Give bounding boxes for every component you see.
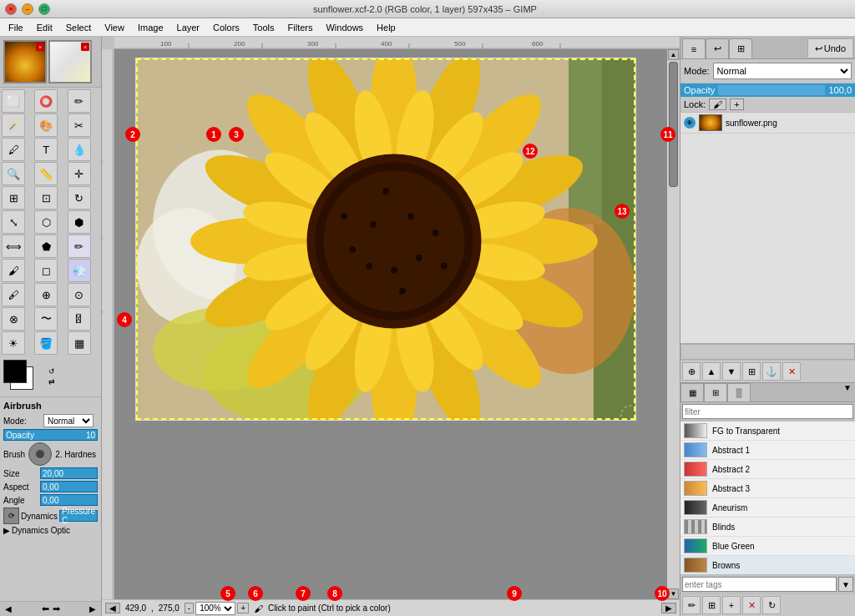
tool-ink[interactable]: 🖋 [2, 283, 25, 306]
angle-bar[interactable]: 0,00 [40, 494, 98, 506]
layer-visibility-eye[interactable]: 👁 [684, 117, 696, 129]
tool-shear[interactable]: ⬡ [34, 210, 58, 234]
tool-rotate[interactable]: ↻ [68, 186, 91, 210]
anchor-layer[interactable]: ⚓ [762, 362, 781, 381]
lock-position-btn[interactable]: + [730, 98, 743, 110]
menu-tools[interactable]: Tools [246, 21, 281, 34]
tool-fuzzy-select[interactable]: 🪄 [2, 114, 25, 137]
menu-filters[interactable]: Filters [281, 21, 320, 34]
lock-pixels-btn[interactable]: 🖌 [709, 98, 726, 110]
dynamics-bar[interactable]: Pressure C [59, 510, 98, 522]
edit-brush-btn[interactable]: ✏ [682, 596, 701, 614]
mode-dropdown[interactable]: Normal Multiply Screen [713, 63, 852, 79]
brush-blinds[interactable]: Blinds [680, 518, 855, 537]
toolbox-scroll-right[interactable]: ➡ [53, 603, 60, 614]
new-brush-btn[interactable]: + [722, 596, 741, 614]
scroll-up-arrow[interactable]: ▲ [668, 49, 679, 60]
toolbox-scroll-left[interactable]: ⬅ [42, 603, 49, 614]
size-bar[interactable]: 20,00 [40, 467, 98, 479]
layer-thumb-2[interactable]: × [48, 40, 92, 83]
tool-move[interactable]: ✛ [68, 162, 91, 185]
tab-brushes[interactable]: ▦ [680, 383, 704, 401]
brush-blue-green[interactable]: Blue Green [680, 537, 855, 556]
tool-dodge[interactable]: ☀ [2, 331, 25, 355]
tool-ellipse-select[interactable]: ⭕ [34, 89, 58, 113]
menu-view[interactable]: View [98, 21, 131, 34]
tool-fill[interactable]: 🪣 [34, 331, 58, 355]
zoom-select[interactable]: 100% 50% 200% [195, 602, 235, 615]
tool-clone[interactable]: ⊕ [34, 283, 58, 306]
menu-image[interactable]: Image [131, 21, 170, 34]
brush-filter-input[interactable] [682, 404, 853, 419]
canvas-image[interactable] [135, 58, 636, 421]
menu-select[interactable]: Select [59, 21, 99, 34]
menu-colors[interactable]: Colors [206, 21, 246, 34]
undo-button[interactable]: ↩ Undo [807, 38, 853, 58]
layers-scroll-h[interactable] [680, 344, 855, 360]
lower-layer[interactable]: ▼ [722, 362, 741, 381]
tool-paintbrush[interactable]: 🖌 [2, 259, 25, 282]
close-thumb-2[interactable]: × [81, 43, 89, 51]
close-button[interactable]: × [5, 3, 17, 15]
opacity-fill[interactable] [718, 85, 825, 95]
new-layer-from-visible[interactable]: ⊕ [682, 362, 701, 381]
layer-thumb-1[interactable]: × [3, 40, 47, 83]
tool-gradient[interactable]: ▦ [68, 331, 91, 355]
brushes-panel-arrow[interactable]: ▼ [840, 383, 855, 401]
duplicate-layer[interactable]: ⊞ [742, 362, 761, 381]
statusbar-next[interactable]: ▶ [661, 603, 676, 613]
toolbox-nav-next[interactable]: ▶ [86, 604, 99, 613]
menu-windows[interactable]: Windows [319, 21, 370, 34]
brush-aneurism[interactable]: Aneurism [680, 498, 855, 518]
tool-select-by-color[interactable]: 🎨 [34, 114, 58, 137]
brush-abstract1[interactable]: Abstract 1 [680, 441, 855, 460]
tool-align[interactable]: ⊞ [2, 186, 25, 210]
menu-file[interactable]: File [2, 21, 30, 34]
tool-blur[interactable]: 〜 [34, 307, 58, 331]
tool-scissors[interactable]: ✂ [68, 114, 91, 137]
tool-colorpick[interactable]: 💧 [68, 138, 91, 161]
reset-colors-icon[interactable]: ↺ [48, 367, 55, 376]
brush-abstract2[interactable]: Abstract 2 [680, 460, 855, 479]
tab-layers[interactable]: ≡ [682, 38, 706, 58]
delete-layer[interactable]: ✕ [782, 362, 801, 381]
tool-scale[interactable]: ⤡ [2, 210, 25, 234]
menu-edit[interactable]: Edit [30, 21, 59, 34]
opacity-row[interactable]: Opacity 100,0 [680, 83, 855, 97]
layer-item-sunflower[interactable]: 👁 sunflower.png [680, 113, 855, 134]
swap-colors-icon[interactable]: ⇄ [48, 377, 55, 386]
tool-heal[interactable]: ⊙ [68, 283, 91, 306]
refresh-brushes-btn[interactable]: ↻ [762, 596, 781, 614]
zoom-in-btn[interactable]: + [237, 603, 249, 613]
menu-help[interactable]: Help [370, 21, 402, 34]
raise-layer[interactable]: ▲ [702, 362, 721, 381]
delete-brush-btn[interactable]: ✕ [742, 596, 761, 614]
brush-fg-transparent[interactable]: FG to Transparent [680, 422, 855, 441]
maximize-button[interactable]: □ [38, 3, 50, 15]
tags-select-button[interactable]: ▼ [838, 577, 853, 592]
aspect-bar[interactable]: 0,00 [40, 481, 98, 492]
tool-smudge[interactable]: 〿 [68, 307, 91, 331]
canvas-container[interactable] [114, 49, 667, 599]
close-thumb-1[interactable]: × [36, 43, 44, 51]
tool-flip[interactable]: ⟺ [2, 235, 25, 258]
duplicate-brush-btn[interactable]: ⊞ [702, 596, 721, 614]
tab-patterns[interactable]: ⊞ [704, 383, 727, 401]
tool-crop[interactable]: ⊡ [34, 186, 58, 210]
brush-preview[interactable] [28, 442, 52, 466]
tool-paths[interactable]: 🖊 [2, 138, 25, 161]
tool-perspective[interactable]: ⬢ [68, 210, 91, 234]
tab-channels[interactable]: ⊞ [729, 38, 752, 58]
tool-zoom[interactable]: 🔍 [2, 162, 25, 185]
tool-perspective-clone[interactable]: ⊗ [2, 307, 25, 331]
mode-select[interactable]: Normal [43, 414, 94, 427]
menu-layer[interactable]: Layer [170, 21, 207, 34]
tool-pencil[interactable]: ✏ [68, 235, 91, 258]
scroll-thumb-v[interactable] [669, 62, 678, 187]
statusbar-prev[interactable]: ◀ [105, 603, 120, 613]
tags-input[interactable] [682, 577, 837, 592]
brush-browns[interactable]: Browns [680, 556, 855, 574]
tool-cage[interactable]: ⬟ [34, 235, 58, 258]
tool-text[interactable]: T [34, 138, 58, 161]
tool-airbrush[interactable]: 💨 [68, 259, 91, 282]
